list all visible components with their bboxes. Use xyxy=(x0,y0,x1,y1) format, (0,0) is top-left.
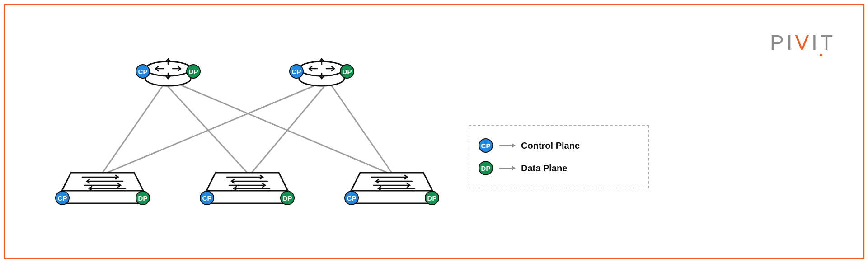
dp-badge: DP xyxy=(136,191,150,205)
legend-row-cp: CP Control Plane xyxy=(479,138,639,153)
dp-badge: DP xyxy=(340,64,354,79)
cp-badge: CP xyxy=(344,191,359,205)
cp-badge: CP xyxy=(200,191,214,205)
diagram-frame: PIVIT CP DP xyxy=(4,4,864,259)
svg-line-4 xyxy=(252,87,324,173)
arrow-right-icon xyxy=(499,168,515,169)
dp-badge: DP xyxy=(479,161,493,175)
legend-label-dp: Data Plane xyxy=(521,163,567,174)
cp-badge: CP xyxy=(136,64,150,79)
switch-icon xyxy=(60,170,145,207)
svg-rect-11 xyxy=(62,191,143,203)
cp-badge: CP xyxy=(479,138,493,153)
svg-line-5 xyxy=(331,85,392,173)
switch-icon xyxy=(349,170,435,207)
cp-badge: CP xyxy=(289,64,304,79)
dp-badge: DP xyxy=(425,191,439,205)
switch-3: CP DP xyxy=(349,170,435,207)
legend-row-dp: DP Data Plane xyxy=(479,161,639,175)
svg-line-1 xyxy=(168,87,247,173)
svg-rect-15 xyxy=(351,191,432,203)
arrow-right-icon xyxy=(499,145,515,146)
switch-1: CP DP xyxy=(60,170,145,207)
svg-line-0 xyxy=(103,85,164,173)
dp-badge: DP xyxy=(280,191,295,205)
topology-links xyxy=(5,5,866,261)
switch-icon xyxy=(204,170,290,207)
router-1: CP DP xyxy=(141,51,195,89)
svg-rect-13 xyxy=(206,191,288,203)
dp-badge: DP xyxy=(186,64,201,79)
legend-box: CP Control Plane DP Data Plane xyxy=(469,125,649,188)
cp-badge: CP xyxy=(55,191,70,205)
router-2: CP DP xyxy=(295,51,349,89)
switch-2: CP DP xyxy=(204,170,290,207)
legend-label-cp: Control Plane xyxy=(521,141,580,151)
